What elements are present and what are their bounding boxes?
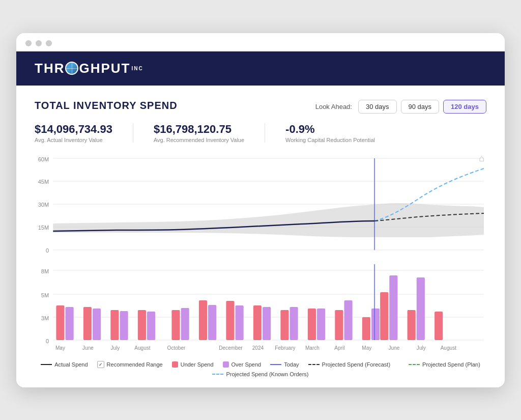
svg-rect-37 <box>308 309 316 340</box>
kpi-recommended-label: Avg. Recommended Inventory Value <box>154 137 244 143</box>
svg-rect-20 <box>66 307 74 340</box>
svg-text:August: August <box>441 345 457 351</box>
kpi-recommended-value: $16,798,120.75 <box>154 123 244 136</box>
svg-rect-27 <box>171 310 180 340</box>
legend-today: Today <box>270 361 299 368</box>
svg-rect-36 <box>290 307 298 340</box>
svg-rect-45 <box>389 275 397 340</box>
svg-text:August: August <box>134 345 151 351</box>
svg-text:45M: 45M <box>38 179 49 185</box>
look-ahead-controls: Look Ahead: 30 days 90 days 120 days <box>315 100 486 114</box>
window-dot-3 <box>46 40 52 46</box>
svg-rect-25 <box>138 310 146 340</box>
svg-rect-47 <box>417 277 425 340</box>
svg-text:60M: 60M <box>38 156 49 162</box>
svg-rect-26 <box>147 312 155 340</box>
svg-rect-23 <box>110 310 119 340</box>
legend-projected-known: Projected Spend (Known Orders) <box>212 371 308 377</box>
chart-container: ⌂ 60M 45M 30M 15M 0 <box>35 152 486 356</box>
svg-text:3M: 3M <box>41 315 49 321</box>
svg-rect-32 <box>236 305 244 340</box>
kpi-reduction-label: Working Capital Reduction Potential <box>285 137 375 143</box>
svg-rect-35 <box>280 310 288 340</box>
svg-rect-41 <box>362 317 370 340</box>
title-bar <box>16 33 505 51</box>
svg-rect-21 <box>83 307 92 340</box>
svg-rect-44 <box>380 292 388 340</box>
svg-rect-34 <box>263 307 271 340</box>
legend-recommended-range: ✓ Recommended Range <box>97 361 163 368</box>
svg-rect-42 <box>371 309 380 340</box>
svg-text:8M: 8M <box>41 268 49 274</box>
legend-under-spend: Under Spend <box>172 361 214 368</box>
svg-rect-39 <box>335 310 343 340</box>
legend-today-label: Today <box>284 361 299 368</box>
page-title: TOTAL INVENTORY SPEND <box>35 100 178 111</box>
90-days-button[interactable]: 90 days <box>401 100 440 114</box>
main-content: TOTAL INVENTORY SPEND Look Ahead: 30 day… <box>16 86 505 387</box>
bar-chart-svg: 8M 5M 3M 0 <box>35 264 486 358</box>
legend-under-spend-icon <box>172 361 178 368</box>
legend-today-icon <box>270 364 281 365</box>
svg-text:June: June <box>82 345 94 351</box>
legend-projected-plan-label: Projected Spend (Plan) <box>422 361 480 368</box>
legend-projected-known-label: Projected Spend (Known Orders) <box>226 371 308 377</box>
svg-text:July: July <box>110 345 120 351</box>
svg-text:May: May <box>55 345 65 351</box>
svg-rect-28 <box>181 308 189 340</box>
legend-over-spend: Over Spend <box>223 361 262 368</box>
legend-projected-forecast-icon <box>308 364 320 365</box>
logo-text-before: THR <box>35 61 65 76</box>
svg-rect-38 <box>317 309 325 340</box>
svg-text:July: July <box>417 345 426 351</box>
legend-projected-forecast: Projected Spend (Forecast) <box>308 361 391 368</box>
kpi-reduction: -0.9% Working Capital Reduction Potentia… <box>285 123 375 143</box>
svg-text:2024: 2024 <box>252 345 264 351</box>
legend-recommended-range-label: Recommended Range <box>107 361 163 368</box>
legend-projected-forecast-label: Projected Spend (Forecast) <box>322 361 391 368</box>
svg-rect-19 <box>56 305 64 340</box>
svg-text:October: October <box>167 345 186 351</box>
legend-actual-spend-label: Actual Spend <box>54 361 88 368</box>
kpi-divider-2 <box>265 123 265 143</box>
svg-rect-48 <box>435 312 443 340</box>
kpi-actual-value: $14,096,734.93 <box>35 123 112 136</box>
svg-text:5M: 5M <box>41 292 49 298</box>
legend-over-spend-icon <box>223 361 229 368</box>
30-days-button[interactable]: 30 days <box>358 100 397 114</box>
svg-text:April: April <box>334 345 344 351</box>
svg-rect-30 <box>208 305 216 340</box>
svg-text:0: 0 <box>46 247 49 254</box>
svg-text:February: February <box>275 345 295 351</box>
legend-actual-spend-icon <box>41 364 52 365</box>
svg-text:March: March <box>305 345 320 351</box>
svg-rect-31 <box>226 301 234 340</box>
legend-under-spend-label: Under Spend <box>181 361 214 368</box>
kpi-row: $14,096,734.93 Avg. Actual Inventory Val… <box>35 123 486 143</box>
svg-rect-29 <box>199 300 207 340</box>
app-window: THRGHPUTINC TOTAL INVENTORY SPEND Look A… <box>16 33 505 387</box>
legend-actual-spend: Actual Spend <box>41 361 88 368</box>
svg-text:15M: 15M <box>38 225 49 231</box>
line-chart-svg: 60M 45M 30M 15M 0 <box>35 152 486 264</box>
legend-over-spend-label: Over Spend <box>231 361 262 368</box>
window-dot-2 <box>36 40 42 46</box>
svg-text:December: December <box>219 345 243 351</box>
svg-rect-24 <box>120 311 128 340</box>
app-header: THRGHPUTINC <box>16 51 505 86</box>
app-logo: THRGHPUTINC <box>35 61 143 76</box>
svg-text:May: May <box>362 345 371 351</box>
legend-recommended-range-icon: ✓ <box>97 361 104 368</box>
kpi-actual: $14,096,734.93 Avg. Actual Inventory Val… <box>35 123 112 143</box>
svg-text:0: 0 <box>46 338 49 344</box>
bar-chart: 8M 5M 3M 0 <box>35 264 486 356</box>
home-icon[interactable]: ⌂ <box>479 153 484 164</box>
svg-rect-33 <box>253 305 262 340</box>
kpi-recommended: $16,798,120.75 Avg. Recommended Inventor… <box>154 123 244 143</box>
kpi-reduction-value: -0.9% <box>285 123 375 136</box>
logo-globe-icon <box>65 62 78 75</box>
svg-text:30M: 30M <box>38 202 49 208</box>
legend-projected-plan-icon <box>409 364 420 365</box>
120-days-button[interactable]: 120 days <box>443 100 486 114</box>
logo-inc: INC <box>131 66 143 71</box>
